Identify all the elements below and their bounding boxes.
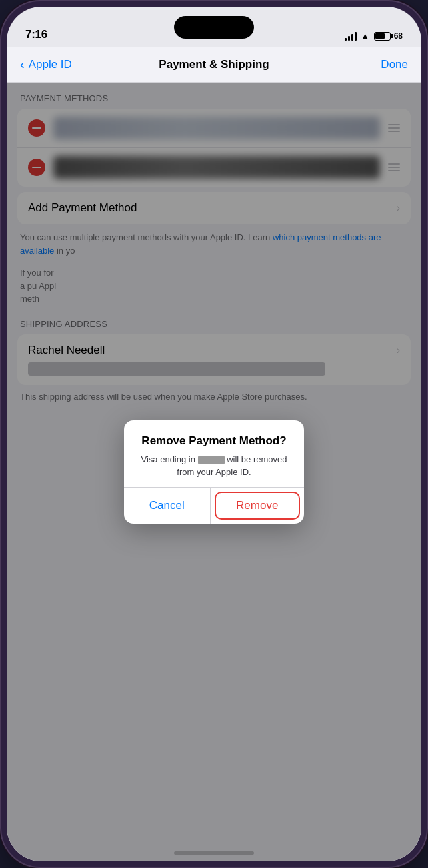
cancel-button-container[interactable]: Cancel [124,488,211,524]
signal-bar-4 [355,32,357,41]
modal-title: Remove Payment Method? [137,434,291,448]
battery-fill [375,33,385,39]
status-icons: ▲ 68 [345,31,403,41]
card-number-blurred [198,456,225,464]
modal-actions: Cancel Remove [124,487,304,524]
modal-body: Remove Payment Method? Visa ending in wi… [124,420,304,486]
modal-message-prefix: Visa ending in [141,454,198,464]
signal-bar-2 [348,36,350,41]
main-content: PAYMENT METHODS [7,83,421,861]
screen: 7:16 ▲ 68 ‹ Ap [7,7,421,861]
phone-frame: 7:16 ▲ 68 ‹ Ap [0,0,428,868]
vol-up-button[interactable] [0,188,1,235]
modal-message: Visa ending in will be removed from your… [137,453,291,479]
back-chevron-icon: ‹ [20,57,25,72]
status-time: 7:16 [25,28,47,41]
done-button[interactable]: Done [381,58,408,71]
battery-icon: 68 [374,31,403,41]
remove-button[interactable]: Remove [215,492,301,520]
vol-down-button[interactable] [0,245,1,292]
signal-bar-1 [345,38,347,41]
battery-percent: 68 [394,31,403,41]
wifi-icon: ▲ [361,31,370,41]
signal-bars-icon [345,32,357,41]
nav-title: Payment & Shipping [159,58,269,71]
remove-payment-dialog: Remove Payment Method? Visa ending in wi… [124,420,304,523]
nav-back-button[interactable]: ‹ Apple ID [20,57,72,72]
nav-bar: ‹ Apple ID Payment & Shipping Done [7,47,421,83]
battery-shape [374,32,391,41]
back-label[interactable]: Apple ID [29,58,72,71]
remove-button-container[interactable]: Remove [211,488,305,524]
signal-bar-3 [351,34,353,41]
dynamic-island [174,16,254,39]
cancel-button[interactable]: Cancel [143,492,191,519]
modal-overlay: Remove Payment Method? Visa ending in wi… [7,83,421,861]
